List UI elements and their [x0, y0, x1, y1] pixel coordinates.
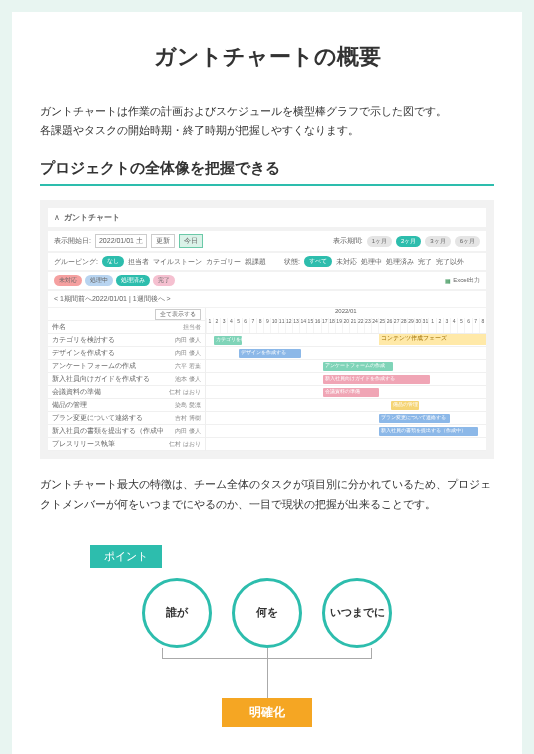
- gantt-bar[interactable]: アンケートフォームの作成: [323, 362, 393, 371]
- day-cell: 20: [342, 318, 349, 333]
- table-row[interactable]: 会議資料の準備仁村 はおり: [48, 386, 205, 399]
- status-label: 状態:: [284, 257, 300, 267]
- status-option[interactable]: すべて: [304, 256, 332, 267]
- description-text: ガントチャート最大の特徴は、チーム全体のタスクが項目別に分かれているため、プロジ…: [40, 475, 494, 515]
- gantt-timeline: 2022/01 12345678910111213141516171819202…: [206, 308, 486, 451]
- range-label: 表示期間:: [333, 236, 363, 246]
- reset-date-link[interactable]: 2022/01/01 | 1週間後へ >: [92, 294, 171, 304]
- gantt-bar[interactable]: 新入社員の書類を提出する（作成中）: [379, 427, 477, 436]
- range-option[interactable]: 6ヶ月: [455, 236, 480, 247]
- status-tag: 処理中: [85, 275, 113, 286]
- gantt-nav-row: < 1期間前へ 2022/01/01 | 1週間後へ >: [48, 291, 486, 307]
- day-cell: 7: [249, 318, 256, 333]
- gantt-bar[interactable]: 備品の管理: [391, 401, 419, 410]
- clarify-label: 明確化: [222, 698, 312, 727]
- timeline-body: コンテンツ作成フェーズ カテゴリを検討する デザインを作成する アンケートフォー…: [206, 334, 486, 451]
- day-cell: 7: [472, 318, 479, 333]
- prev-period-link[interactable]: < 1期間前へ: [54, 294, 92, 304]
- day-cell: 5: [457, 318, 464, 333]
- gantt-task-list: 全て表示する 件名 担当者 カテゴリを検討する内田 優人 デザインを作成する内田…: [48, 308, 206, 451]
- day-cell: 13: [292, 318, 299, 333]
- day-cell: 17: [321, 318, 328, 333]
- page-title: ガントチャートの概要: [40, 42, 494, 72]
- grouping-option[interactable]: マイルストーン: [153, 257, 202, 267]
- day-cell: 10: [270, 318, 277, 333]
- update-button[interactable]: 更新: [151, 234, 175, 248]
- day-cell: 24: [371, 318, 378, 333]
- day-cell: 14: [299, 318, 306, 333]
- day-cell: 3: [220, 318, 227, 333]
- status-option[interactable]: 処理済み: [386, 257, 414, 267]
- status-option[interactable]: 未対応: [336, 257, 357, 267]
- connector-lines: [142, 658, 392, 698]
- day-cell: 26: [385, 318, 392, 333]
- day-cell: 31: [421, 318, 428, 333]
- today-button[interactable]: 今日: [179, 234, 203, 248]
- day-cell: 18: [328, 318, 335, 333]
- table-row[interactable]: 新入社員向けガイドを作成する池本 優人: [48, 373, 205, 386]
- section-heading: プロジェクトの全体像を把握できる: [40, 159, 494, 186]
- gantt-screenshot: ∧ ガントチャート 表示開始日: 2022/01/01 土 更新 今日 表示期間…: [40, 200, 494, 459]
- expand-all-button[interactable]: 全て表示する: [155, 309, 201, 320]
- gantt-grid: 全て表示する 件名 担当者 カテゴリを検討する内田 優人 デザインを作成する内田…: [48, 308, 486, 451]
- gantt-tags-row: 未対応 処理中 処理済み 完了 ▦ Excel出力: [48, 272, 486, 289]
- col-owner: 担当者: [163, 323, 201, 332]
- range-option[interactable]: 2ヶ月: [396, 236, 421, 247]
- timeline-header: 2022/01 12345678910111213141516171819202…: [206, 308, 486, 334]
- gantt-bar[interactable]: カテゴリを検討する: [214, 336, 242, 345]
- circle-row: 誰が 何を いつまでに: [40, 578, 494, 648]
- collapse-icon[interactable]: ∧: [54, 213, 60, 222]
- day-cell: 23: [364, 318, 371, 333]
- status-option[interactable]: 完了以外: [436, 257, 464, 267]
- gantt-bar[interactable]: プラン変更について連絡する: [379, 414, 449, 423]
- concept-diagram: ポイント 誰が 何を いつまでに 明確化: [40, 535, 494, 754]
- table-row[interactable]: プラン変更について連絡する吉村 博樹: [48, 412, 205, 425]
- grouping-option[interactable]: なし: [102, 256, 124, 267]
- day-cell: 16: [313, 318, 320, 333]
- table-row[interactable]: プレスリリース執筆仁村 はおり: [48, 438, 205, 451]
- gantt-header: ∧ ガントチャート: [48, 208, 486, 227]
- day-cell: 6: [242, 318, 249, 333]
- intro-text: ガントチャートは作業の計画およびスケジュールを横型棒グラフで示した図です。 各課…: [40, 102, 494, 139]
- gantt-controls-row-2: グルーピング: なし 担当者 マイルストーン カテゴリー 親課題 状態: すべて…: [48, 253, 486, 270]
- status-option[interactable]: 完了: [418, 257, 432, 267]
- grouping-option[interactable]: 親課題: [245, 257, 266, 267]
- day-cell: 8: [479, 318, 486, 333]
- point-label: ポイント: [90, 545, 162, 568]
- excel-icon: ▦: [445, 277, 451, 284]
- day-cell: 11: [278, 318, 285, 333]
- day-cell: 6: [464, 318, 471, 333]
- day-cell: 30: [414, 318, 421, 333]
- day-cell: 4: [227, 318, 234, 333]
- excel-export-button[interactable]: ▦ Excel出力: [445, 276, 480, 285]
- page-container: ガントチャートの概要 ガントチャートは作業の計画およびスケジュールを横型棒グラフ…: [12, 12, 522, 754]
- table-row[interactable]: アンケートフォームの作成六平 若葉: [48, 360, 205, 373]
- day-cell: 22: [357, 318, 364, 333]
- grouping-label: グルーピング:: [54, 257, 98, 267]
- range-option[interactable]: 1ヶ月: [367, 236, 392, 247]
- gantt-title: ガントチャート: [64, 212, 120, 223]
- day-cell: 5: [234, 318, 241, 333]
- day-cell: 15: [306, 318, 313, 333]
- day-cell: 28: [400, 318, 407, 333]
- status-tag: 処理済み: [116, 275, 150, 286]
- grouping-option[interactable]: カテゴリー: [206, 257, 241, 267]
- day-cell: 9: [263, 318, 270, 333]
- gantt-bar[interactable]: 新入社員向けガイドを作成する: [323, 375, 430, 384]
- status-option[interactable]: 処理中: [361, 257, 382, 267]
- table-row[interactable]: 新入社員の書類を提出する（作成中）内田 優人: [48, 425, 205, 438]
- table-row[interactable]: カテゴリを検討する内田 優人: [48, 334, 205, 347]
- gantt-bar[interactable]: 会議資料の準備: [323, 388, 379, 397]
- day-cell: 8: [256, 318, 263, 333]
- table-row[interactable]: デザインを作成する内田 優人: [48, 347, 205, 360]
- range-option[interactable]: 3ヶ月: [425, 236, 450, 247]
- day-cell: 29: [407, 318, 414, 333]
- circle-what: 何を: [232, 578, 302, 648]
- circle-who: 誰が: [142, 578, 212, 648]
- day-cell: 27: [393, 318, 400, 333]
- gantt-bar[interactable]: デザインを作成する: [239, 349, 301, 358]
- grouping-option[interactable]: 担当者: [128, 257, 149, 267]
- table-row[interactable]: 備品の管理染島 愛凛: [48, 399, 205, 412]
- intro-line-2: 各課題やタスクの開始時期・終了時期が把握しやすくなります。: [40, 124, 359, 136]
- start-date-input[interactable]: 2022/01/01 土: [95, 234, 147, 248]
